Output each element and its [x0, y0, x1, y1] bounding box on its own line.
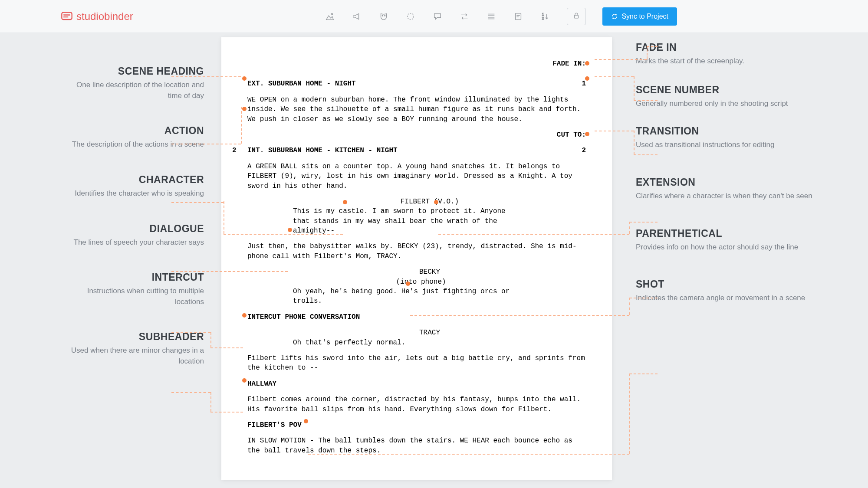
connector	[634, 131, 635, 154]
main-content: SCENE HEADING One line description of th…	[0, 33, 868, 488]
dot-fade-in	[585, 61, 589, 66]
connector	[224, 234, 343, 235]
label-title: DIALOGUE	[61, 223, 204, 235]
dialogue-3: Oh that's perfectly normal.	[247, 338, 586, 347]
dot-dialogue	[288, 228, 292, 232]
connector	[171, 202, 224, 203]
connector	[410, 315, 629, 316]
connector	[171, 392, 210, 393]
dot-transition	[585, 132, 589, 136]
dot-extension	[434, 200, 438, 204]
label-desc: Used as transitional instructions for ed…	[636, 140, 825, 151]
connector	[241, 107, 242, 144]
label-title: ACTION	[61, 125, 204, 137]
connector	[629, 222, 658, 223]
fade-in: FADE IN:	[247, 59, 586, 69]
svg-rect-0	[62, 12, 72, 19]
label-transition: TRANSITION Used as transitional instruct…	[636, 125, 825, 151]
connector	[634, 154, 658, 155]
svg-text:2: 2	[542, 16, 544, 20]
connector	[210, 412, 243, 413]
label-title: CHARACTER	[61, 174, 204, 186]
connector	[171, 144, 241, 144]
connector	[634, 76, 635, 100]
connector	[308, 454, 629, 455]
label-desc: Generally numbered only in the shooting …	[636, 98, 825, 109]
sync-label: Sync to Project	[621, 13, 668, 20]
svg-rect-5	[516, 13, 521, 20]
label-title: FADE IN	[636, 42, 825, 53]
parenthetical-1: (into phone)	[247, 277, 586, 287]
svg-point-1	[331, 13, 333, 15]
sync-button[interactable]: Sync to Project	[602, 7, 677, 26]
script-body: FADE IN: EXT. SUBURBAN HOME - NIGHT 1 WE…	[247, 59, 586, 455]
app-header: studiobinder 12 Sync to Project	[0, 0, 868, 33]
label-title: TRANSITION	[636, 125, 825, 137]
action-2: A GREEN BALL sits on a counter top. A yo…	[247, 162, 586, 191]
label-desc: Indicates the camera angle or movement i…	[636, 293, 825, 304]
label-extension: EXTENSION Clarifies where a character is…	[636, 177, 825, 202]
connector	[171, 332, 210, 333]
note-icon[interactable]	[513, 11, 523, 22]
label-title: PARENTHETICAL	[636, 228, 825, 239]
label-parenthetical: PARENTHETICAL Provides info on how the a…	[636, 228, 825, 253]
scene-heading-2: INT. SUBURBAN HOME - KITCHEN - NIGHT	[247, 146, 582, 155]
scene-icon[interactable]	[325, 11, 335, 22]
label-title: INTERCUT	[61, 272, 204, 283]
lock-button[interactable]	[567, 8, 586, 25]
dot-scene-heading	[242, 76, 247, 81]
connector	[629, 373, 630, 454]
label-desc: Instructions when cutting to multiple lo…	[61, 286, 204, 307]
label-title: SCENE NUMBER	[636, 84, 825, 96]
right-labels-column: FADE IN Marks the start of the screenpla…	[612, 37, 838, 488]
dot-scene-number	[585, 76, 589, 81]
swap-icon[interactable]	[459, 11, 470, 22]
label-title: SCENE HEADING	[61, 66, 204, 77]
lines-icon[interactable]	[486, 11, 496, 22]
script-page: FADE IN: EXT. SUBURBAN HOME - NIGHT 1 WE…	[221, 37, 612, 480]
dialogue-1: This is my castle. I am sworn to protect…	[247, 206, 586, 236]
scene-number-1r: 1	[582, 79, 586, 88]
intercut-1: INTERCUT PHONE CONVERSATION	[247, 312, 586, 322]
label-desc: Used when there are minor changes in a l…	[61, 345, 204, 367]
mask-icon[interactable]	[378, 11, 389, 22]
circle-icon[interactable]	[405, 11, 416, 22]
label-action: ACTION The description of the actions in…	[61, 125, 204, 150]
logo-text-suffix: binder	[104, 10, 133, 23]
label-desc: Provides info on how the actor should sa…	[636, 242, 825, 253]
logo-text-prefix: studio	[76, 10, 104, 23]
label-shot: SHOT Indicates the camera angle or movem…	[636, 278, 825, 304]
connector	[171, 271, 288, 272]
brand-logo[interactable]: studiobinder	[61, 10, 133, 23]
connector	[629, 298, 658, 298]
label-subheader: SUBHEADER Used when there are minor chan…	[61, 331, 204, 367]
connector	[171, 76, 241, 77]
announce-icon[interactable]	[352, 11, 362, 22]
label-scene-number: SCENE NUMBER Generally numbered only in …	[636, 84, 825, 109]
connector	[210, 347, 243, 348]
dot-action	[242, 107, 247, 111]
svg-text:1: 1	[542, 13, 544, 16]
connector	[647, 46, 648, 59]
label-desc: Identifies the character who is speaking	[61, 188, 204, 199]
connector	[595, 131, 634, 131]
connector	[438, 234, 629, 235]
scene-number-2l: 2	[232, 146, 237, 155]
shot-1: FILBERT'S POV	[247, 420, 586, 430]
connector	[224, 201, 224, 234]
scene-number-2r: 2	[582, 146, 586, 155]
comment-icon[interactable]	[432, 11, 443, 22]
connector	[629, 373, 658, 374]
action-6: IN SLOW MOTION - The ball tumbles down t…	[247, 436, 586, 455]
logo-icon	[61, 10, 73, 23]
sort-icon[interactable]: 12	[540, 11, 550, 22]
label-desc: The lines of speech your character says	[61, 237, 204, 248]
svg-rect-8	[575, 15, 579, 18]
label-intercut: INTERCUT Instructions when cutting to mu…	[61, 272, 204, 307]
connector	[595, 59, 647, 60]
dot-shot	[304, 419, 308, 423]
action-1: WE OPEN on a modern suburban home. The f…	[247, 95, 586, 124]
dot-subheader	[242, 378, 247, 383]
dot-intercut	[242, 313, 247, 318]
subheader-1: HALLWAY	[247, 379, 586, 389]
